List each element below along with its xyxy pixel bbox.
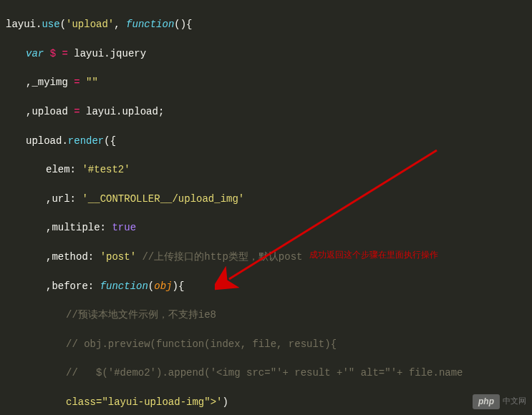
key: before: <box>52 280 94 292</box>
dot: . <box>62 135 67 147</box>
comment: //预读本地文件示例，不支持ie8 <box>66 309 216 321</box>
space <box>44 48 49 59</box>
op: = <box>68 106 86 117</box>
method: render <box>68 135 104 147</box>
key: elem: <box>46 164 76 175</box>
paren: ( <box>148 280 154 292</box>
paren: ) <box>172 280 178 292</box>
ident: upload <box>26 135 62 147</box>
space <box>94 251 100 263</box>
semi: ; <box>158 106 164 117</box>
brace: { <box>186 19 192 30</box>
ident: upload <box>122 106 158 117</box>
parens: () <box>174 19 186 30</box>
key: url: <box>52 193 76 205</box>
param: obj <box>154 280 172 292</box>
paren: ( <box>60 19 66 30</box>
space <box>94 280 100 292</box>
op: = <box>68 77 86 88</box>
watermark-text: 中文网 <box>503 396 526 407</box>
comment: //上传接口的http类型，默认post <box>142 251 302 263</box>
string: '__CONTROLLER__/upload_img' <box>82 193 244 205</box>
watermark: php 中文网 <box>473 394 526 409</box>
brace: { <box>178 280 184 292</box>
key: method: <box>52 251 94 263</box>
ident: layui <box>86 106 116 117</box>
ident: _myimg <box>32 77 67 88</box>
key: multiple: <box>52 222 106 233</box>
ident: upload <box>32 106 67 117</box>
dot: . <box>104 48 110 59</box>
comma: , <box>114 19 126 30</box>
string: '#test2' <box>82 164 130 175</box>
string: "" <box>86 77 98 88</box>
string: class="layui-upload-img">' <box>66 396 222 408</box>
ident: jquery <box>110 48 146 59</box>
keyword: function <box>100 280 148 292</box>
annotation-text: 成功返回这个步骤在里面执行操作 <box>309 249 438 261</box>
method: use <box>42 19 59 30</box>
string: 'upload' <box>66 19 114 30</box>
op: = <box>56 48 74 59</box>
comment: // $('#demo2').append('<img src="'+ resu… <box>66 367 463 379</box>
keyword: var <box>26 48 44 59</box>
ident: layui <box>6 19 36 30</box>
ident: layui <box>74 48 104 59</box>
paren: ({ <box>104 135 116 147</box>
code-block: layui.use('upload', function(){ var $ = … <box>0 0 532 415</box>
string: 'post' <box>100 251 136 263</box>
watermark-pill: php <box>473 394 500 409</box>
paren: ) <box>222 396 228 408</box>
comment: // obj.preview(function(index, file, res… <box>66 338 337 350</box>
bool: true <box>112 222 136 233</box>
ident: $ <box>50 48 56 59</box>
keyword: function <box>126 19 174 30</box>
